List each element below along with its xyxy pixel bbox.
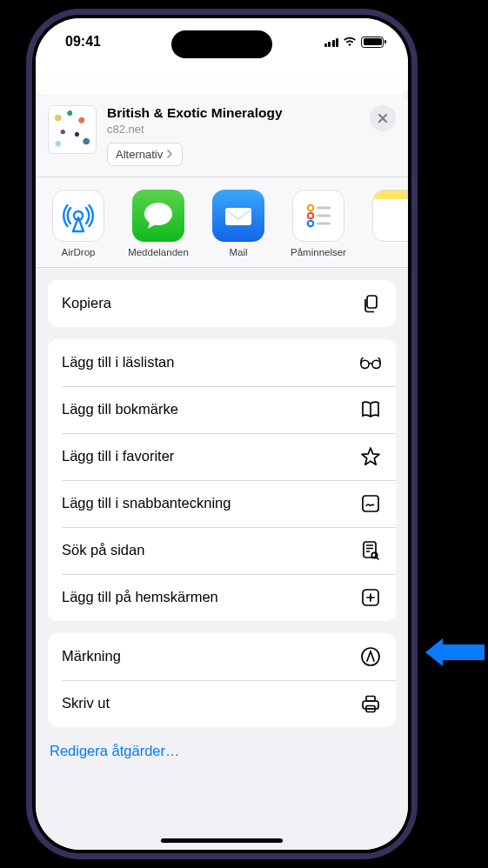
action-print[interactable]: Skriv ut xyxy=(48,680,396,727)
copy-icon xyxy=(359,292,382,315)
options-button[interactable]: Alternativ xyxy=(107,143,183,166)
action-group-bottom: Märkning Skriv ut xyxy=(48,633,396,727)
app-label: AirDrop xyxy=(48,247,109,258)
action-label: Märkning xyxy=(62,648,121,664)
share-header: British & Exotic Mineralogy c82.net Alte… xyxy=(36,95,408,177)
svg-rect-18 xyxy=(366,696,375,701)
cellular-signal-icon xyxy=(324,37,339,47)
add-square-icon xyxy=(359,586,382,609)
action-bookmark[interactable]: Lägg till bokmärke xyxy=(48,386,396,433)
action-group-main: Lägg till i läslistan Lägg till bokmärk xyxy=(48,339,396,621)
share-domain: c82.net xyxy=(107,123,359,136)
action-label: Kopiera xyxy=(62,295,111,311)
action-copy[interactable]: Kopiera xyxy=(48,280,396,327)
svg-rect-8 xyxy=(317,222,331,224)
markup-icon xyxy=(359,645,382,668)
svg-point-4 xyxy=(308,212,314,218)
safari-chrome-peek xyxy=(36,65,408,96)
phone-bezel: 09:41 xyxy=(32,15,411,853)
svg-point-3 xyxy=(308,204,314,210)
app-messages[interactable]: Meddelanden xyxy=(128,190,189,258)
svg-rect-6 xyxy=(317,206,331,209)
svg-point-5 xyxy=(308,220,314,226)
svg-rect-9 xyxy=(367,296,377,308)
svg-point-10 xyxy=(361,360,369,368)
callout-arrow xyxy=(424,635,485,670)
close-icon xyxy=(378,113,388,124)
svg-rect-17 xyxy=(363,701,378,709)
app-notes-peek[interactable] xyxy=(368,190,408,258)
share-sheet: British & Exotic Mineralogy c82.net Alte… xyxy=(36,95,408,850)
actions-list[interactable]: Kopiera Lägg till i läslistan xyxy=(36,268,408,850)
app-reminders[interactable]: Påminnelser xyxy=(288,190,349,258)
page-thumbnail xyxy=(48,105,97,154)
printer-icon xyxy=(359,692,382,715)
share-apps-row[interactable]: AirDrop Meddelanden xyxy=(36,177,408,268)
book-icon xyxy=(359,398,382,421)
messages-icon xyxy=(132,190,184,242)
action-find-on-page[interactable]: Sök på sidan xyxy=(48,527,396,574)
mail-icon xyxy=(212,190,264,242)
action-home-screen[interactable]: Lägg till på hemskärmen xyxy=(48,574,396,621)
action-label: Lägg till på hemskärmen xyxy=(62,589,218,605)
app-label: Meddelanden xyxy=(128,247,189,258)
action-quick-note[interactable]: Lägg till i snabbanteckning xyxy=(48,480,396,527)
doc-search-icon xyxy=(359,539,382,562)
phone-frame: 09:41 xyxy=(26,9,418,859)
action-label: Skriv ut xyxy=(62,695,110,711)
svg-rect-12 xyxy=(363,496,378,511)
action-reading-list[interactable]: Lägg till i läslistan xyxy=(48,339,396,386)
app-label: Mail xyxy=(208,247,269,258)
action-label: Lägg till i snabbanteckning xyxy=(62,495,231,511)
action-label: Lägg till i läslistan xyxy=(62,354,174,371)
chevron-right-icon xyxy=(165,150,174,158)
home-indicator[interactable] xyxy=(161,838,283,843)
share-title: British & Exotic Mineralogy xyxy=(107,105,359,122)
glasses-icon xyxy=(359,351,382,374)
dynamic-island xyxy=(171,30,272,58)
notes-icon xyxy=(372,190,408,242)
app-mail[interactable]: Mail xyxy=(208,190,269,258)
action-label: Lägg till bokmärke xyxy=(62,401,178,417)
reminders-icon xyxy=(292,190,344,242)
edit-actions-link[interactable]: Redigera åtgärder… xyxy=(48,739,396,759)
action-label: Lägg till i favoriter xyxy=(62,448,174,464)
status-indicators xyxy=(324,37,384,48)
star-icon xyxy=(359,445,382,468)
svg-rect-13 xyxy=(364,542,376,558)
close-button[interactable] xyxy=(370,105,396,131)
action-label: Sök på sidan xyxy=(62,542,144,558)
battery-icon xyxy=(361,37,384,48)
action-favorites[interactable]: Lägg till i favoriter xyxy=(48,433,396,480)
svg-rect-2 xyxy=(225,208,251,225)
svg-point-11 xyxy=(372,360,380,368)
quick-note-icon xyxy=(359,492,382,515)
app-label: Påminnelser xyxy=(288,247,349,258)
options-label: Alternativ xyxy=(116,148,163,161)
screen: 09:41 xyxy=(36,18,408,850)
share-titles: British & Exotic Mineralogy c82.net Alte… xyxy=(107,105,359,166)
action-group-copy: Kopiera xyxy=(48,280,396,327)
svg-point-1 xyxy=(144,203,172,225)
app-airdrop[interactable]: AirDrop xyxy=(48,190,109,258)
status-time: 09:41 xyxy=(65,34,101,50)
airdrop-icon xyxy=(52,190,104,242)
action-markup[interactable]: Märkning xyxy=(48,633,396,680)
svg-rect-7 xyxy=(317,214,331,217)
wifi-icon xyxy=(343,37,357,47)
